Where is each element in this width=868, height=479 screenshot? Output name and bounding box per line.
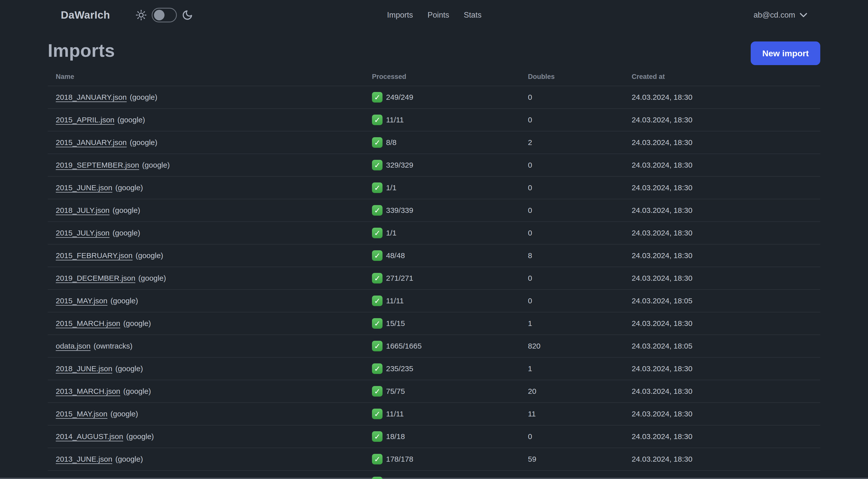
import-file-link[interactable]: 2015_FEBRUARY.json [56,251,133,260]
table-row: 2019_SEPTEMBER.json(google) ✓ 329/329 0 … [48,154,820,177]
new-import-button[interactable]: New import [751,41,820,65]
main-nav: Imports Points Stats [387,10,482,20]
nav-link-points[interactable]: Points [428,10,449,20]
theme-toggle[interactable] [152,8,177,22]
processed-cell: ✓ 11/11 [372,409,528,419]
success-check-icon: ✓ [372,296,382,306]
processed-cell: ✓ 8/8 [372,137,528,148]
import-file-link[interactable]: 2019_SEPTEMBER.json [56,161,139,169]
header-created-at: Created at [632,73,812,81]
import-source: (google) [126,432,154,441]
created-at: 24.03.2024, 18:30 [632,93,812,101]
success-check-icon: ✓ [372,205,382,216]
created-at: 24.03.2024, 18:30 [632,138,812,147]
import-file-link[interactable]: 2013_JUNE.json [56,455,112,463]
created-at: 24.03.2024, 18:30 [632,206,812,215]
success-check-icon: ✓ [372,273,382,283]
doubles-count: 1 [528,319,632,328]
success-check-icon: ✓ [372,160,382,170]
created-at: 24.03.2024, 18:30 [632,116,812,124]
import-file-link[interactable]: 2018_JANUARY.json [56,93,127,101]
name-cell: 2019_SEPTEMBER.json(google) [56,161,372,169]
import-file-link[interactable]: 2015_JUNE.json [56,183,112,192]
import-source: (google) [135,251,163,260]
import-file-link[interactable]: 2018_JUNE.json [56,364,112,373]
created-at: 24.03.2024, 18:30 [632,251,812,260]
doubles-count: 11 [528,410,632,418]
processed-count: 249/249 [386,93,413,101]
name-cell: 2014_AUGUST.json(google) [56,432,372,441]
import-file-link[interactable]: 2014_AUGUST.json [56,432,123,441]
name-cell: 2013_JUNE.json(google) [56,455,372,463]
table-body: 2018_JANUARY.json(google) ✓ 249/249 0 24… [48,86,820,471]
user-menu[interactable]: ab@cd.com [753,10,807,20]
processed-count: 1/1 [386,229,397,237]
import-source: (google) [115,364,143,373]
processed-count: 11/11 [386,410,404,418]
table-row: 2015_MARCH.json(google) ✓ 15/15 1 24.03.… [48,312,820,335]
processed-cell: ✓ 48/48 [372,250,528,261]
import-file-link[interactable]: 2013_MARCH.json [56,387,120,395]
import-file-link[interactable]: 2015_MAY.json [56,410,107,418]
import-file-link[interactable]: 2018_JULY.json [56,206,110,214]
success-check-icon: ✓ [372,477,382,479]
doubles-count: 0 [528,161,632,169]
table-row: 2018_JUNE.json(google) ✓ 235/235 1 24.03… [48,358,820,380]
created-at: 24.03.2024, 18:30 [632,387,812,395]
table-row: 2015_JANUARY.json(google) ✓ 8/8 2 24.03.… [48,131,820,154]
success-check-icon: ✓ [372,250,382,261]
table-row: odata.json(owntracks) ✓ 1665/1665 820 24… [48,335,820,358]
import-file-link[interactable]: odata.json [56,342,90,350]
processed-count: 1665/1665 [386,342,422,350]
created-at: 24.03.2024, 18:30 [632,183,812,192]
doubles-count: 8 [528,251,632,260]
processed-count: 11/11 [386,116,404,124]
processed-count: 329/329 [386,161,413,169]
name-cell: 2018_JANUARY.json(google) [56,93,372,101]
processed-count: 48/48 [386,251,405,260]
import-file-link[interactable]: 2015_MARCH.json [56,319,120,327]
processed-count: 339/339 [386,206,413,215]
doubles-count: 0 [528,432,632,441]
created-at: 24.03.2024, 18:30 [632,455,812,463]
header-doubles: Doubles [528,73,632,81]
doubles-count: 1 [528,364,632,373]
processed-cell: ✓ 271/271 [372,273,528,283]
processed-count: 18/18 [386,432,405,441]
import-file-link[interactable]: 2019_DECEMBER.json [56,274,135,282]
nav-link-stats[interactable]: Stats [464,10,482,20]
processed-count: 11/11 [386,297,404,305]
name-cell: 2015_MAY.json(google) [56,297,372,305]
processed-cell: ✓ 178/178 [372,454,528,465]
nav-link-imports[interactable]: Imports [387,10,413,20]
import-source: (google) [115,455,143,463]
doubles-count: 0 [528,116,632,124]
doubles-count: 0 [528,183,632,192]
processed-cell: ✓ 15/15 [372,318,528,329]
doubles-count: 0 [528,297,632,305]
page-title: Imports [48,40,115,61]
processed-cell: ✓ 18/18 [372,431,528,442]
name-cell: 2018_JULY.json(google) [56,206,372,215]
processed-count: 271/271 [386,274,413,282]
table-row: 2014_AUGUST.json(google) ✓ 18/18 0 24.03… [48,425,820,448]
app-logo[interactable]: DaWarIch [61,9,110,21]
name-cell: 2015_JULY.json(google) [56,229,372,237]
header-processed: Processed [372,73,528,81]
import-file-link[interactable]: 2015_JANUARY.json [56,138,127,147]
name-cell: 2018_JUNE.json(google) [56,364,372,373]
import-file-link[interactable]: 2015_JULY.json [56,229,110,237]
import-source: (google) [111,410,138,418]
import-source: (google) [130,93,157,101]
import-file-link[interactable]: 2015_MAY.json [56,297,107,305]
created-at: 24.03.2024, 18:30 [632,229,812,237]
processed-count: 235/235 [386,364,413,373]
doubles-count: 20 [528,387,632,395]
user-email: ab@cd.com [753,10,795,20]
processed-count: 75/75 [386,387,405,395]
name-cell: 2015_MARCH.json(google) [56,319,372,328]
success-check-icon: ✓ [372,386,382,396]
table-header-row: Name Processed Doubles Created at [48,68,820,86]
import-file-link[interactable]: 2015_APRIL.json [56,116,115,124]
chevron-down-icon [800,13,807,17]
